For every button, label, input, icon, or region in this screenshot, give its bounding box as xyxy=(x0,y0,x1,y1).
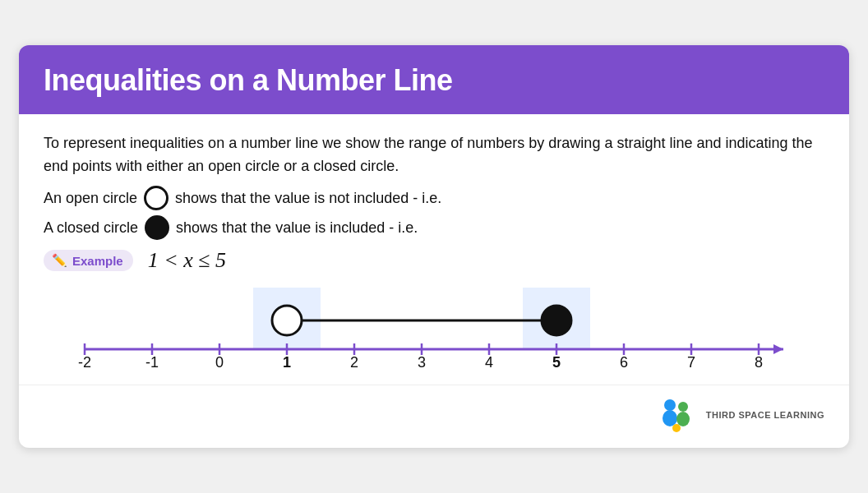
tsl-text: THIRD SPACE LEARNING xyxy=(706,409,824,421)
label--1: -1 xyxy=(145,354,159,370)
closed-circle-prefix: A closed circle xyxy=(44,219,138,237)
content-section: To represent inequalities on a number li… xyxy=(19,114,849,385)
label-7: 7 xyxy=(687,354,695,370)
svg-point-2 xyxy=(678,402,688,412)
label-1: 1 xyxy=(283,354,291,370)
svg-point-0 xyxy=(664,399,676,411)
svg-point-4 xyxy=(672,424,681,432)
bottom-bar: THIRD SPACE LEARNING xyxy=(19,385,849,448)
page-title: Inequalities on a Number Line xyxy=(44,63,824,98)
svg-point-3 xyxy=(676,412,690,426)
closed-circle-icon xyxy=(145,215,169,240)
label-3: 3 xyxy=(418,354,426,370)
label-2: 2 xyxy=(350,354,358,370)
svg-point-1 xyxy=(663,410,677,426)
label-4: 4 xyxy=(485,354,493,370)
example-badge: ✏️ Example xyxy=(44,250,133,271)
label-8: 8 xyxy=(755,354,763,370)
number-line-container: -2 -1 0 1 2 3 4 5 6 7 8 xyxy=(44,288,824,370)
axis-arrow xyxy=(773,344,783,354)
number-line-svg: -2 -1 0 1 2 3 4 5 6 7 8 xyxy=(44,288,824,370)
inequality-expression: 1 < x ≤ 5 xyxy=(148,248,226,273)
open-circle-point xyxy=(272,306,302,335)
open-circle-prefix: An open circle xyxy=(44,190,137,207)
open-circle-suffix: shows that the value is not included - i… xyxy=(175,190,441,207)
closed-circle-description: A closed circle shows that the value is … xyxy=(44,215,824,240)
label-6: 6 xyxy=(620,354,628,370)
tsl-logo-icon xyxy=(655,394,698,436)
closed-circle-point xyxy=(542,306,571,335)
open-circle-description: An open circle shows that the value is n… xyxy=(44,186,824,210)
header-section: Inequalities on a Number Line xyxy=(19,45,849,114)
label--2: -2 xyxy=(78,354,91,370)
tsl-branding: THIRD SPACE LEARNING xyxy=(655,394,824,436)
example-row: ✏️ Example 1 < x ≤ 5 xyxy=(44,248,824,273)
open-circle-icon xyxy=(144,186,169,210)
label-0: 0 xyxy=(215,354,224,370)
label-5: 5 xyxy=(552,354,561,370)
pencil-icon: ✏️ xyxy=(52,253,67,268)
example-badge-label: Example xyxy=(72,254,123,268)
description-text: To represent inequalities on a number li… xyxy=(44,132,824,178)
main-card: Inequalities on a Number Line To represe… xyxy=(19,45,849,449)
closed-circle-suffix: shows that the value is included - i.e. xyxy=(176,219,418,237)
